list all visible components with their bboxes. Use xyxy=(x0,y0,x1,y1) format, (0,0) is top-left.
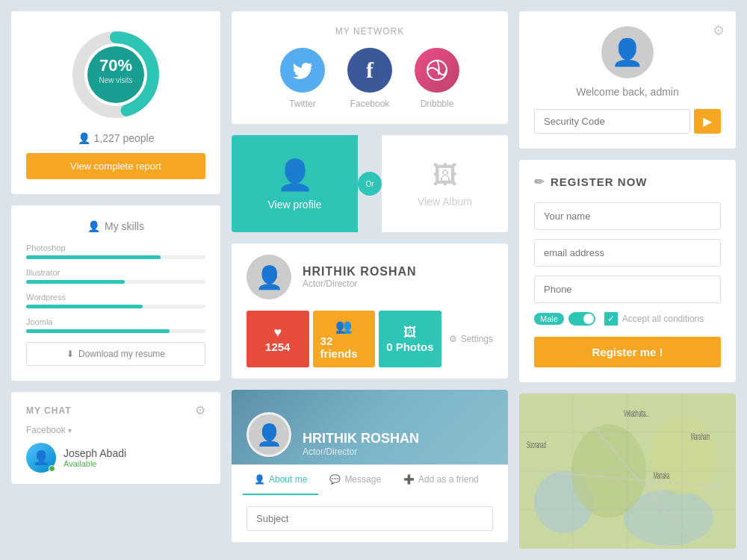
security-submit-button[interactable]: ▶ xyxy=(694,109,721,134)
security-row: ▶ xyxy=(534,109,721,134)
skill-illustrator: Illustrator xyxy=(26,268,205,284)
chat-card: MY CHAT ⚙ Facebook ▾ 👤 Joseph Abadi Avai… xyxy=(11,392,220,484)
message-tab-icon: 💬 xyxy=(329,474,341,485)
network-title: MY NETWORK xyxy=(247,26,493,37)
or-divider: Or xyxy=(358,172,382,196)
welcome-avatar: 👤 xyxy=(601,26,654,78)
facebook-label: Facebook xyxy=(350,99,390,109)
banner-role: Actor/Director xyxy=(303,447,419,457)
person-stats: ♥ 1254 👥 32 friends 🖼 0 Photos xyxy=(247,311,441,367)
svg-point-2 xyxy=(87,46,144,103)
skill-photoshop: Photoshop xyxy=(26,243,205,259)
banner-background: 👤 HRITHIK ROSHAN Actor/Director xyxy=(232,390,508,464)
network-card: MY NETWORK Twitter f Facebook xyxy=(232,11,508,124)
person-header: 👤 HRITHIK ROSHAN Actor/Director xyxy=(247,255,493,299)
view-report-button[interactable]: View complete report xyxy=(26,153,205,179)
skill-joomla: Joomla xyxy=(26,317,205,333)
view-profile-button[interactable]: 👤 View profile xyxy=(232,135,358,232)
toggle-thumb xyxy=(583,314,594,324)
online-indicator xyxy=(49,465,55,472)
welcome-card: ⚙ 👤 Welcome back, admin ▶ xyxy=(519,11,736,149)
tab-message[interactable]: 💬 Message xyxy=(318,465,392,495)
person-avatar: 👤 xyxy=(247,255,291,299)
map-placeholder: Vellabhatta... Sooranad Manaka Maraham xyxy=(519,393,736,549)
people-count: 👤 1,227 people xyxy=(78,132,155,144)
likes-stat[interactable]: ♥ 1254 xyxy=(247,311,309,367)
banner-name: HRITHIK ROSHAN xyxy=(303,431,419,447)
chat-avatar: 👤 xyxy=(26,443,56,473)
map-card: Vellabhatta... Sooranad Manaka Maraham xyxy=(519,393,736,549)
chat-user: 👤 Joseph Abadi Available xyxy=(26,443,205,473)
chat-status: Available xyxy=(63,459,126,468)
people-icon: 👤 xyxy=(78,132,90,144)
person-icon: 👤 xyxy=(87,220,100,232)
toggle-track[interactable] xyxy=(568,312,595,326)
view-album-label: View Album xyxy=(418,196,472,208)
stats-row: ♥ 1254 👥 32 friends 🖼 0 Photos ⚙ Setting… xyxy=(247,311,493,367)
twitter-icon xyxy=(280,48,325,93)
chat-source: Facebook ▾ xyxy=(26,425,205,435)
banner-body xyxy=(232,495,508,542)
person-name: HRITHIK ROSHAN xyxy=(303,265,417,279)
settings-gear-button[interactable]: ⚙ xyxy=(713,22,725,39)
svg-text:Manaka: Manaka xyxy=(654,470,670,481)
profile-icon: 👤 xyxy=(276,158,314,193)
banner-avatar: 👤 xyxy=(247,412,291,457)
banner-tabs: 👤 About me 💬 Message ➕ Add as a friend xyxy=(232,464,508,495)
skills-title: 👤 My skills xyxy=(26,220,205,232)
network-icons: Twitter f Facebook Dribbble xyxy=(247,48,493,109)
gender-label: Male xyxy=(534,313,564,325)
profile-view-card: 👤 View profile Or 🖼 View Album xyxy=(232,135,508,232)
view-profile-label: View profile xyxy=(267,199,321,211)
edit-icon: ✏ xyxy=(534,175,545,189)
download-icon: ⬇ xyxy=(66,349,74,359)
view-album-button[interactable]: 🖼 View Album xyxy=(382,135,508,232)
tab-add-friend[interactable]: ➕ Add as a friend xyxy=(392,465,490,495)
settings-button[interactable]: ⚙ Settings xyxy=(449,334,493,344)
friends-stat[interactable]: 👥 32 friends xyxy=(313,311,376,367)
gear-icon[interactable]: ⚙ xyxy=(195,403,205,417)
svg-text:New visits: New visits xyxy=(99,76,132,84)
register-card: ✏ REGISTER NOW Male ✓ Accept all conditi… xyxy=(519,160,736,382)
download-resume-button[interactable]: ⬇ Download my resume xyxy=(26,342,205,366)
register-options-row: Male ✓ Accept all conditions xyxy=(534,312,721,326)
welcome-greeting: Welcome back, admin xyxy=(534,86,721,98)
gender-toggle[interactable]: Male xyxy=(534,312,595,326)
photos-stat[interactable]: 🖼 0 Photos xyxy=(379,311,441,367)
name-input[interactable] xyxy=(534,202,721,230)
twitter-link[interactable]: Twitter xyxy=(280,48,325,109)
tab-about-me[interactable]: 👤 About me xyxy=(243,465,318,495)
chat-title: MY CHAT xyxy=(26,405,72,416)
email-input[interactable] xyxy=(534,239,721,267)
add-friend-icon: ➕ xyxy=(403,474,415,485)
facebook-link[interactable]: f Facebook xyxy=(347,48,392,109)
svg-text:Sooranad: Sooranad xyxy=(527,439,546,449)
person-tab-icon: 👤 xyxy=(254,474,265,485)
phone-input[interactable] xyxy=(534,276,721,303)
banner-card: 👤 HRITHIK ROSHAN Actor/Director 👤 About … xyxy=(232,390,508,542)
album-icon: 🖼 xyxy=(433,161,458,190)
twitter-label: Twitter xyxy=(289,99,315,109)
security-code-input[interactable] xyxy=(534,109,690,134)
svg-text:Vellabhatta...: Vellabhatta... xyxy=(624,408,650,419)
skills-card: 👤 My skills Photoshop Illustrator Wordpr… xyxy=(11,205,220,381)
svg-text:Maraham: Maraham xyxy=(691,432,710,442)
donut-card: 70% New visits 👤 1,227 people View compl… xyxy=(11,11,220,194)
dribbble-label: Dribbble xyxy=(421,99,454,109)
donut-chart: 70% New visits xyxy=(67,26,164,123)
chat-header: MY CHAT ⚙ xyxy=(26,403,205,417)
person-card: 👤 HRITHIK ROSHAN Actor/Director ♥ 1254 👥… xyxy=(232,243,508,379)
accept-checkbox[interactable]: ✓ xyxy=(604,312,618,326)
accept-label: Accept all conditions xyxy=(622,314,704,324)
register-title: ✏ REGISTER NOW xyxy=(534,175,721,189)
person-role: Actor/Director xyxy=(303,279,417,289)
settings-icon: ⚙ xyxy=(449,334,457,344)
register-button[interactable]: Register me ! xyxy=(534,337,721,367)
subject-input[interactable] xyxy=(247,506,493,531)
dribbble-icon xyxy=(415,48,459,93)
skill-wordpress: Wordpress xyxy=(26,293,205,308)
accept-conditions[interactable]: ✓ Accept all conditions xyxy=(604,312,704,326)
chat-username: Joseph Abadi xyxy=(63,447,126,459)
dribbble-link[interactable]: Dribbble xyxy=(415,48,459,109)
facebook-icon: f xyxy=(347,48,392,93)
